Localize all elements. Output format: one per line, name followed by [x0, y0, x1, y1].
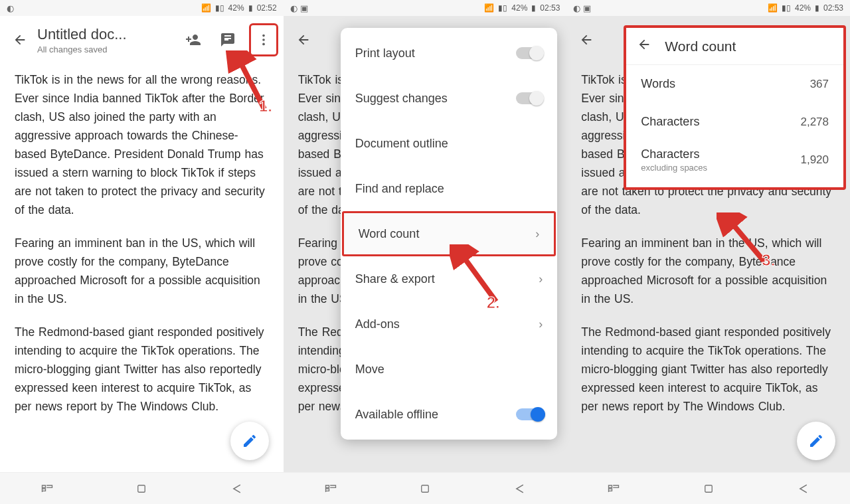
battery-pct: 42%	[795, 3, 811, 13]
battery-icon: ▮	[531, 3, 536, 13]
nav-back[interactable]	[229, 481, 244, 496]
menu-label: Word count	[359, 227, 420, 241]
menu-label: Share & export	[355, 272, 435, 286]
menu-find-replace[interactable]: Find and replace	[341, 166, 558, 211]
nav-home[interactable]	[134, 481, 149, 496]
more-menu-highlight	[249, 23, 278, 56]
back-button[interactable]	[11, 31, 29, 49]
toggle-suggest-changes[interactable]	[516, 92, 543, 104]
paragraph: Fearing an imminent ban in the US, which…	[15, 234, 269, 308]
status-bar: ◐▣ 📶 ▮▯ 42% ▮ 02:53	[566, 0, 850, 16]
notif-icon: ▣	[300, 3, 308, 13]
back-button[interactable]	[577, 31, 596, 49]
menu-word-count[interactable]: Word count ›	[342, 211, 556, 256]
app-bar: Untitled doc... All changes saved	[0, 16, 284, 64]
edit-fab[interactable]	[230, 422, 269, 460]
menu-addons[interactable]: Add-ons ›	[341, 301, 558, 347]
nav-recent[interactable]	[40, 481, 54, 496]
status-bar: ◐▣ 📶 ▮▯ 42% ▮ 02:53	[284, 0, 567, 16]
chevron-right-icon: ›	[539, 272, 543, 286]
menu-share-export[interactable]: Share & export ›	[341, 256, 558, 301]
menu-label: Document outline	[355, 137, 448, 151]
nav-recent[interactable]	[323, 481, 338, 496]
annotation-step-1: 1.	[259, 97, 272, 116]
wc-value: 2,278	[800, 116, 829, 129]
nav-home[interactable]	[701, 481, 716, 496]
battery-pct: 42%	[228, 3, 244, 13]
nav-bar	[0, 472, 284, 504]
notif-icon: ◐	[7, 3, 14, 13]
more-vert-icon	[256, 33, 271, 47]
back-button[interactable]	[294, 31, 313, 49]
clock: 02:52	[257, 3, 277, 13]
menu-suggest-changes[interactable]: Suggest changes	[341, 76, 558, 121]
wc-row-characters-ex: Characters excluding spaces 1,920	[626, 141, 843, 187]
arrow-left-icon	[13, 33, 27, 47]
menu-print-layout[interactable]: Print layout	[341, 31, 558, 76]
notif-icon: ◐	[290, 3, 298, 13]
svg-point-2	[262, 43, 265, 46]
signal-icon: ▮▯	[782, 3, 791, 13]
pencil-icon	[242, 433, 258, 449]
wc-label: Characters excluding spaces	[641, 147, 707, 173]
battery-icon: ▮	[815, 3, 819, 13]
menu-move[interactable]: Move	[341, 347, 558, 392]
notif-icon: ▣	[583, 3, 591, 13]
comment-button[interactable]	[214, 27, 241, 53]
wc-value: 1,920	[800, 153, 829, 167]
menu-label: Find and replace	[355, 182, 444, 196]
svg-rect-4	[422, 485, 429, 492]
nav-back[interactable]	[512, 481, 527, 496]
phone-screen-1: ◐ 📶 ▮▯ 42% ▮ 02:52 Untitled doc... All c…	[0, 0, 284, 504]
battery-icon: ▮	[248, 3, 253, 13]
word-count-panel: Word count Words 367 Characters 2,278 Ch…	[624, 25, 846, 190]
nav-home[interactable]	[418, 481, 432, 496]
wc-row-words: Words 367	[626, 65, 843, 103]
menu-label: Available offline	[355, 408, 438, 422]
wc-back-button[interactable]	[637, 37, 651, 55]
wifi-icon: 📶	[201, 3, 211, 13]
nav-bar	[566, 472, 850, 504]
menu-label: Print layout	[355, 46, 415, 60]
battery-pct: 42%	[511, 3, 527, 13]
signal-icon: ▮▯	[215, 3, 224, 13]
add-person-button[interactable]	[180, 27, 207, 53]
nav-bar	[284, 472, 567, 504]
phone-screen-3: ◐▣ 📶 ▮▯ 42% ▮ 02:53 TikTok is in the new…	[566, 0, 850, 504]
doc-title[interactable]: Untitled doc...	[37, 26, 172, 43]
clock: 02:53	[540, 3, 560, 13]
overflow-menu: Print layout Suggest changes Document ou…	[341, 28, 558, 440]
menu-label: Add-ons	[355, 317, 400, 331]
paragraph: TikTok is in the news for all the wrong …	[15, 70, 269, 219]
svg-rect-5	[705, 485, 712, 492]
menu-document-outline[interactable]: Document outline	[341, 121, 558, 166]
wc-value: 367	[810, 78, 829, 91]
nav-recent[interactable]	[606, 481, 621, 496]
wc-sublabel: excluding spaces	[641, 163, 707, 173]
toggle-offline[interactable]	[516, 408, 543, 420]
toggle-print-layout[interactable]	[516, 47, 543, 59]
annotation-step-3: 3.	[762, 251, 775, 270]
svg-point-1	[262, 39, 265, 41]
wc-row-characters: Characters 2,278	[626, 103, 843, 141]
wc-label: Characters	[641, 115, 699, 129]
chevron-right-icon: ›	[535, 227, 539, 241]
phone-screen-2: ◐▣ 📶 ▮▯ 42% ▮ 02:53 TikTok is in the new…	[284, 0, 567, 504]
comment-icon	[220, 32, 236, 48]
more-menu-button[interactable]	[256, 33, 271, 47]
annotation-step-2: 2.	[487, 294, 500, 312]
signal-icon: ▮▯	[498, 3, 507, 13]
chevron-right-icon: ›	[539, 317, 543, 331]
edit-fab[interactable]	[797, 422, 835, 460]
notif-icon: ◐	[573, 3, 580, 13]
menu-available-offline[interactable]: Available offline	[341, 392, 558, 437]
svg-point-0	[262, 35, 265, 37]
wc-label: Words	[641, 77, 675, 91]
nav-back[interactable]	[796, 481, 810, 496]
status-bar: ◐ 📶 ▮▯ 42% ▮ 02:52	[0, 0, 284, 16]
arrow-left-icon	[296, 33, 311, 47]
clock: 02:53	[823, 3, 843, 13]
wc-title: Word count	[665, 39, 736, 54]
menu-label: Suggest changes	[355, 92, 448, 106]
menu-label: Move	[355, 363, 384, 377]
